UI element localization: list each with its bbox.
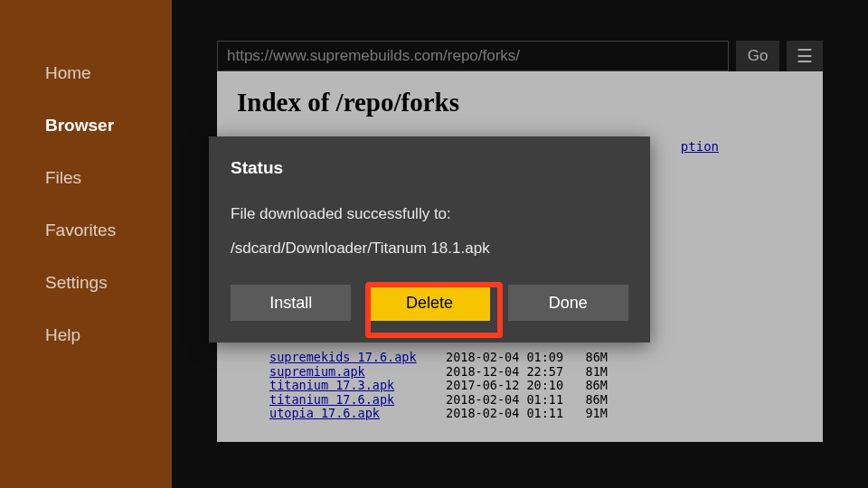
description-link-fragment[interactable]: ption	[681, 139, 719, 154]
done-button-label: Done	[549, 294, 588, 313]
go-button[interactable]: Go	[736, 41, 779, 71]
file-link[interactable]: titanium 17.3.apk	[269, 378, 394, 392]
sidebar-item-label: Settings	[45, 273, 108, 292]
file-link[interactable]: titanium 17.6.apk	[269, 392, 394, 407]
dialog-message: File downloaded successfully to:	[231, 205, 628, 223]
sidebar-item-help[interactable]: Help	[0, 309, 172, 361]
sidebar: Home Browser Files Favorites Settings He…	[0, 0, 172, 488]
install-button-label: Install	[269, 294, 312, 313]
go-button-label: Go	[748, 47, 769, 65]
file-link[interactable]: supremekids 17.6.apk	[269, 350, 417, 364]
directory-listing: supremekids 17.6.apk 2018-02-04 01:09 86…	[269, 351, 608, 421]
url-input[interactable]	[217, 41, 729, 71]
delete-button-label: Delete	[406, 294, 453, 313]
sidebar-item-label: Help	[45, 325, 80, 344]
sidebar-item-favorites[interactable]: Favorites	[0, 204, 172, 257]
done-button[interactable]: Done	[508, 285, 628, 321]
sidebar-item-home[interactable]: Home	[0, 47, 172, 99]
url-bar-row: Go ☰	[217, 41, 823, 71]
sidebar-item-files[interactable]: Files	[0, 152, 172, 204]
dialog-file-path: /sdcard/Downloader/Titanum 18.1.apk	[231, 239, 628, 258]
file-link[interactable]: utopia 17.6.apk	[269, 406, 380, 420]
sidebar-item-label: Home	[45, 63, 91, 82]
sidebar-item-label: Browser	[45, 116, 114, 135]
sidebar-item-label: Files	[45, 168, 81, 187]
sidebar-item-settings[interactable]: Settings	[0, 257, 172, 309]
file-link[interactable]: supremium.apk	[269, 364, 365, 379]
hamburger-icon: ☰	[797, 45, 813, 67]
install-button[interactable]: Install	[231, 285, 351, 321]
status-dialog: Status File downloaded successfully to: …	[209, 136, 650, 343]
delete-button[interactable]: Delete	[369, 285, 489, 321]
hamburger-menu-button[interactable]: ☰	[787, 41, 823, 71]
sidebar-item-label: Favorites	[45, 221, 116, 239]
sidebar-item-browser[interactable]: Browser	[0, 99, 172, 152]
page-heading: Index of /repo/forks	[237, 88, 803, 117]
dialog-title: Status	[231, 158, 628, 178]
dialog-button-row: Install Delete Done	[231, 285, 628, 321]
